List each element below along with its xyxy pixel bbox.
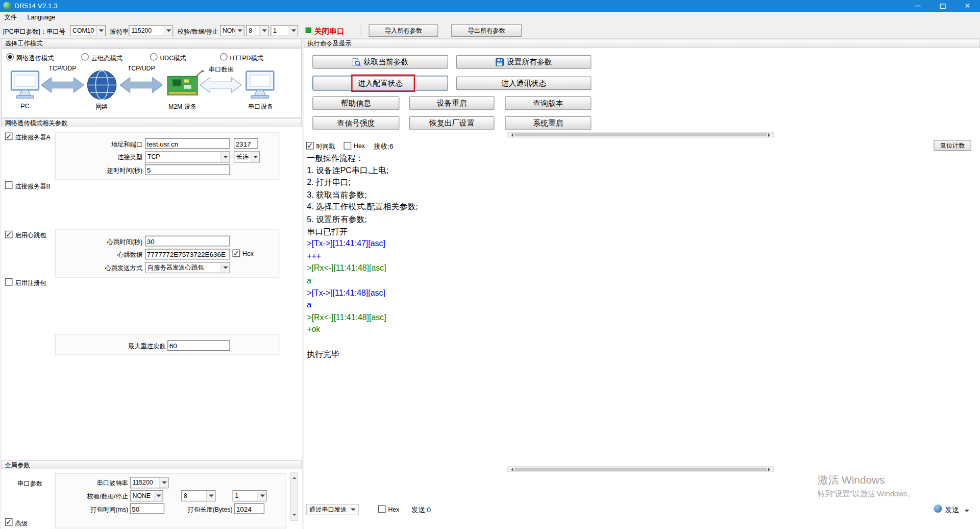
- chevron-down-icon[interactable]: [220, 262, 229, 273]
- scroll-right-icon[interactable]: [768, 467, 772, 471]
- chevron-down-icon[interactable]: [259, 26, 268, 36]
- device-reboot-button[interactable]: 设备重启: [409, 97, 495, 110]
- scroll-left-icon[interactable]: [509, 467, 513, 471]
- chevron-down-icon[interactable]: [164, 26, 173, 36]
- stopbits-select[interactable]: 1: [271, 25, 298, 36]
- chevron-down-icon[interactable]: [154, 491, 162, 501]
- timeout-input[interactable]: [145, 164, 230, 175]
- send-via-label: 通过串口发送: [309, 505, 347, 514]
- com-port-select[interactable]: COM10: [70, 25, 106, 36]
- query-signal-label: 查信号强度: [337, 118, 375, 129]
- left-panel-scrollbar[interactable]: [290, 472, 298, 521]
- mode-label-cloud: 云组态模式: [91, 54, 122, 62]
- system-reboot-button[interactable]: 系统重启: [505, 116, 591, 130]
- scroll-left-icon[interactable]: [509, 133, 513, 136]
- mode-radio-udc[interactable]: [150, 53, 158, 61]
- menu-file[interactable]: 文件: [0, 12, 21, 22]
- hb-time-input[interactable]: [145, 236, 230, 247]
- pack-time-label: 打包时间(ms): [66, 505, 128, 514]
- register-checkbox[interactable]: [5, 278, 13, 286]
- chevron-down-icon[interactable]: [235, 26, 243, 36]
- reset-count-button[interactable]: 复位计数: [934, 140, 971, 151]
- query-version-button[interactable]: 查询版本: [505, 97, 591, 110]
- heartbeat-checkbox[interactable]: [5, 231, 13, 238]
- save-disk-icon: [496, 58, 504, 66]
- chevron-down-icon[interactable]: [159, 478, 168, 488]
- enter-comm-button[interactable]: 进入通讯状态: [456, 76, 591, 90]
- log-area[interactable]: 一般操作流程：1. 设备连PC串口,上电;2. 打开串口;3. 获取当前参数;4…: [304, 152, 978, 463]
- scroll-up-icon[interactable]: [292, 475, 296, 479]
- set-params-button[interactable]: 设置所有参数: [456, 55, 591, 69]
- hb-data-input[interactable]: [145, 249, 230, 259]
- chevron-down-icon[interactable]: [257, 491, 266, 501]
- scroll-right-icon[interactable]: [768, 133, 772, 136]
- parity-select[interactable]: NONE: [220, 25, 244, 36]
- close-button[interactable]: ✕: [955, 0, 980, 12]
- mode-radio-cloud[interactable]: [81, 53, 89, 61]
- pc-label: PC: [11, 103, 39, 109]
- log-line: 5. 设置所有参数;: [307, 213, 978, 226]
- send-dropdown-icon[interactable]: [964, 510, 969, 515]
- pack-time-input[interactable]: [130, 503, 164, 514]
- conn-mode-select[interactable]: 长连: [234, 151, 260, 162]
- app-icon: [3, 2, 11, 10]
- log-line: 一般操作流程：: [307, 152, 978, 164]
- chevron-down-icon[interactable]: [289, 26, 298, 36]
- pack-len-input[interactable]: [234, 503, 264, 514]
- query-signal-button[interactable]: 查信号强度: [312, 116, 399, 130]
- g-baud-select[interactable]: 115200: [130, 477, 169, 488]
- scrollbar-thumb[interactable]: [514, 133, 767, 136]
- reconnect-input[interactable]: [167, 340, 230, 351]
- send-via-dropdown[interactable]: 通过串口发送: [306, 504, 359, 515]
- hb-mode-value: 向服务器发送心跳包: [145, 262, 220, 273]
- import-params-button[interactable]: 导入所有参数: [369, 25, 438, 37]
- chevron-down-icon[interactable]: [96, 26, 105, 36]
- activate-windows-line1: 激活 Windows: [818, 473, 885, 487]
- port-label: [PC串口参数]：串口号: [3, 28, 65, 36]
- hb-hex-checkbox[interactable]: [233, 250, 240, 257]
- maximize-button[interactable]: [930, 0, 955, 12]
- databits-select[interactable]: 8: [246, 25, 268, 36]
- close-port-button[interactable]: 关闭串口: [314, 26, 345, 37]
- help-button[interactable]: 帮助信息: [312, 97, 399, 110]
- net-params-caption: 网络透传模式相关参数: [1, 118, 302, 127]
- chevron-down-icon[interactable]: [251, 152, 259, 162]
- menubar: 文件 Language: [0, 12, 980, 22]
- enter-config-button[interactable]: 进入配置状态: [312, 76, 448, 90]
- log-bottom-scrollbar[interactable]: [507, 466, 774, 472]
- log-top-scrollbar[interactable]: [507, 132, 774, 137]
- mode-radio-httpd[interactable]: [220, 53, 228, 61]
- mode-radio-net-passthrough[interactable]: [6, 53, 14, 61]
- conn-type-label: 连接类型: [80, 153, 142, 162]
- g-baud-value: 115200: [131, 478, 159, 488]
- hb-mode-select[interactable]: 向服务器发送心跳包: [145, 262, 230, 273]
- set-params-label: 设置所有参数: [507, 57, 552, 67]
- server-port-input[interactable]: [234, 138, 258, 149]
- g-stopbits-select[interactable]: 1: [233, 490, 267, 501]
- scroll-down-icon[interactable]: [292, 514, 296, 518]
- g-parity-select[interactable]: NONE: [130, 490, 163, 501]
- server-a-checkbox[interactable]: [5, 133, 13, 140]
- toolbar-separator: [361, 25, 361, 36]
- g-databits-value: 8: [182, 491, 206, 501]
- server-addr-input[interactable]: [145, 138, 230, 149]
- g-stopbits-value: 1: [233, 491, 258, 501]
- factory-reset-button[interactable]: 恢复出厂设置: [409, 116, 495, 130]
- export-params-button[interactable]: 导出所有参数: [451, 25, 522, 37]
- g-databits-select[interactable]: 8: [181, 490, 215, 501]
- scrollbar-thumb[interactable]: [514, 468, 767, 471]
- advanced-checkbox[interactable]: [5, 518, 13, 526]
- server-b-checkbox[interactable]: [5, 181, 13, 189]
- conn-type-select[interactable]: TCP: [145, 151, 230, 162]
- timestamp-checkbox[interactable]: [306, 142, 314, 150]
- menu-language[interactable]: Language: [23, 12, 60, 22]
- chevron-down-icon[interactable]: [220, 152, 229, 162]
- chevron-down-icon[interactable]: [206, 491, 215, 501]
- recv-hex-checkbox[interactable]: [344, 142, 351, 150]
- get-params-button[interactable]: 获取当前参数: [312, 55, 448, 69]
- log-line: a: [307, 274, 978, 286]
- minimize-button[interactable]: [905, 0, 930, 12]
- send-hex-checkbox[interactable]: [378, 505, 386, 513]
- baud-select[interactable]: 115200: [129, 25, 173, 36]
- send-button[interactable]: 发送: [945, 505, 959, 514]
